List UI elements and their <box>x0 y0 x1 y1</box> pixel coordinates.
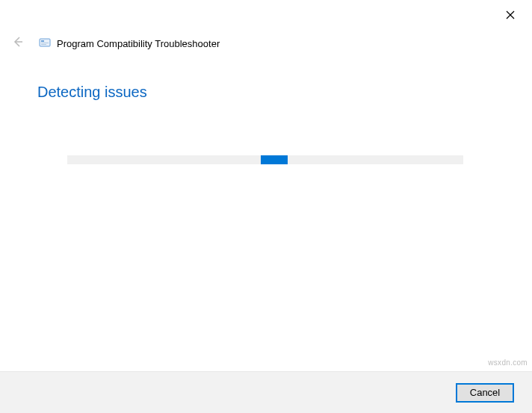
cancel-button[interactable]: Cancel <box>456 383 514 403</box>
close-button[interactable] <box>502 7 519 24</box>
page-heading: Detecting issues <box>37 84 147 101</box>
header-bar: Program Compatibility Troubleshooter <box>10 36 220 51</box>
troubleshooter-icon <box>39 37 51 49</box>
progress-indicator <box>261 155 288 164</box>
svg-rect-5 <box>41 43 49 43</box>
dialog-footer: Cancel <box>0 371 532 413</box>
app-identity: Program Compatibility Troubleshooter <box>39 37 220 49</box>
progress-bar <box>67 155 463 164</box>
close-icon <box>506 9 515 22</box>
back-button <box>10 36 25 51</box>
svg-rect-6 <box>41 44 46 45</box>
svg-rect-4 <box>41 40 44 42</box>
window-title: Program Compatibility Troubleshooter <box>57 38 220 49</box>
back-arrow-icon <box>12 36 24 51</box>
watermark-text: wsxdn.com <box>488 358 528 367</box>
